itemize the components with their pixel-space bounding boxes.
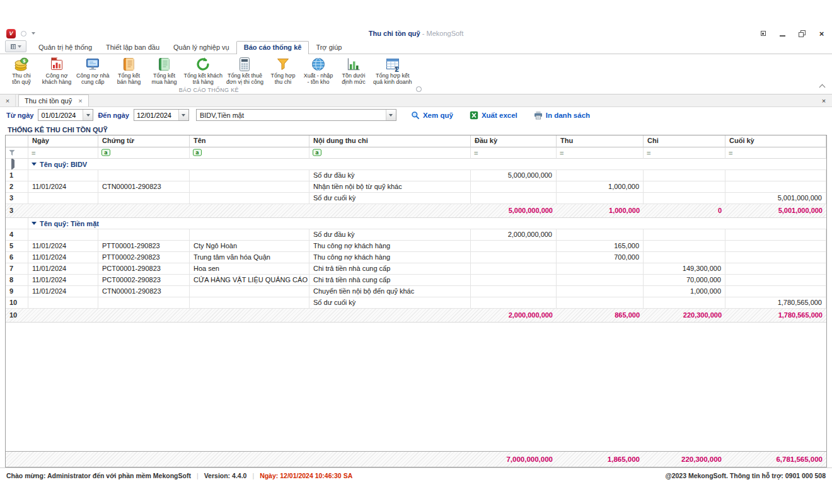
cell[interactable]: 1,000,000 — [644, 286, 725, 297]
cell[interactable] — [644, 241, 725, 252]
cell[interactable] — [725, 229, 826, 241]
cell[interactable]: 165,000 — [557, 241, 644, 252]
cell[interactable] — [471, 297, 557, 309]
cell[interactable] — [190, 297, 309, 309]
ribbon-tab-3[interactable]: Quản lý nghiệp vụ — [166, 42, 236, 54]
cell[interactable]: 5,001,000,000 — [725, 193, 826, 204]
cell[interactable] — [557, 193, 644, 204]
cell[interactable] — [644, 170, 725, 181]
ribbon-tab-5[interactable]: Trợ giúp — [309, 42, 349, 54]
cell[interactable] — [28, 229, 98, 241]
cell[interactable]: Thu công nợ khách hàng — [309, 241, 471, 252]
column-header-2[interactable]: Chứng từ — [98, 135, 190, 147]
cell[interactable]: PTT00001-290823 — [98, 241, 190, 252]
column-header-6[interactable]: Thu — [557, 135, 644, 147]
tab-close-icon[interactable]: × — [78, 97, 82, 105]
restore-button[interactable] — [798, 30, 806, 38]
cell[interactable]: Chuyển tiền nội bộ đến quỹ khác — [309, 286, 471, 297]
cell[interactable]: 11/01/2024 — [28, 286, 98, 297]
collapse-group-icon[interactable] — [32, 163, 37, 166]
ribbon-button-4[interactable]: Tổng kếtbán hàng — [111, 55, 146, 86]
column-header-3[interactable]: Tên — [190, 135, 309, 147]
action-link-2[interactable]: Xuất excel — [470, 111, 517, 120]
cell[interactable]: PTT00002-290823 — [98, 252, 190, 263]
cell[interactable]: 1,780,565,000 — [725, 297, 826, 309]
cell[interactable]: Hoa sen — [190, 263, 309, 275]
cell[interactable]: 1,000,000 — [557, 181, 644, 193]
cell[interactable]: 2,000,000,000 — [471, 229, 557, 241]
ribbon-tab-2[interactable]: Thiết lập ban đầu — [99, 42, 166, 54]
filter-cell-1[interactable]: = — [28, 147, 98, 159]
minimize-button[interactable] — [778, 30, 787, 38]
ribbon-tab-4[interactable]: Báo cáo thống kê — [236, 41, 309, 54]
cell[interactable] — [98, 170, 190, 181]
cell[interactable]: Số dư đầu kỳ — [309, 229, 471, 241]
from-date-dropdown-button[interactable] — [83, 110, 93, 120]
filter-cell-5[interactable]: = — [471, 147, 557, 159]
cell[interactable] — [557, 170, 644, 181]
filter-cell-3[interactable]: a — [190, 147, 309, 159]
close-button[interactable]: × — [818, 30, 826, 38]
close-all-tabs-button[interactable]: × — [0, 94, 16, 106]
cell[interactable] — [471, 193, 557, 204]
cell[interactable] — [190, 193, 309, 204]
filter-cell-2[interactable]: a — [98, 147, 190, 159]
cell[interactable] — [471, 275, 557, 286]
cell[interactable] — [471, 286, 557, 297]
table-row[interactable]: 811/01/2024PCT00002-290823CỬA HÀNG VẬT L… — [6, 275, 826, 286]
cell[interactable] — [98, 229, 190, 241]
action-link-1[interactable]: Xem quỹ — [411, 111, 453, 120]
filter-cell-4[interactable]: a — [309, 147, 471, 159]
cell[interactable]: 11/01/2024 — [28, 181, 98, 193]
ribbon-button-9[interactable]: Xuất - nhập- tồn kho — [301, 55, 336, 86]
ribbon-button-11[interactable]: ΣTổng hợp kếtquả kinh doanh — [371, 55, 414, 86]
app-menu-button[interactable] — [5, 40, 26, 52]
cell[interactable] — [557, 286, 644, 297]
cell[interactable]: 149,300,000 — [644, 263, 725, 275]
cell[interactable] — [557, 229, 644, 241]
table-row[interactable]: 911/01/2024CTN00001-290823Chuyển tiền nộ… — [6, 286, 826, 297]
quick-access-dropdown-icon[interactable] — [32, 32, 35, 35]
cell[interactable] — [644, 181, 725, 193]
ribbon-tab-1[interactable]: Quản trị hệ thống — [32, 42, 99, 54]
cell[interactable]: CTN00001-290823 — [98, 181, 190, 193]
ribbon-button-1[interactable]: $Thu chitồn quỹ — [4, 55, 39, 86]
collapse-ribbon-icon[interactable] — [819, 84, 826, 91]
cell[interactable] — [190, 286, 309, 297]
table-row[interactable]: 1Số dư đầu kỳ5,000,000,000 — [6, 170, 826, 181]
column-header-1[interactable]: Ngày — [28, 135, 98, 147]
filter-cell-6[interactable]: = — [557, 147, 644, 159]
cell[interactable]: PCT00001-290823 — [98, 263, 190, 275]
cell[interactable] — [190, 229, 309, 241]
ribbon-button-3[interactable]: Công nợ nhàcung cấp — [74, 55, 111, 86]
ribbon-button-5[interactable]: Tổng kếtmua hàng — [146, 55, 182, 86]
cell[interactable] — [471, 263, 557, 275]
table-row[interactable]: 511/01/2024PTT00001-290823Cty Ngô HoànTh… — [6, 241, 826, 252]
cell[interactable]: 11/01/2024 — [28, 263, 98, 275]
cell[interactable] — [725, 181, 826, 193]
table-row[interactable]: 711/01/2024PCT00001-290823Hoa senChi trả… — [6, 263, 826, 275]
quick-access-icon[interactable] — [21, 31, 26, 37]
cell[interactable] — [190, 181, 309, 193]
cell[interactable] — [644, 229, 725, 241]
cell[interactable] — [98, 297, 190, 309]
cell[interactable]: Thu công nợ khách hàng — [309, 252, 471, 263]
cell[interactable] — [725, 252, 826, 263]
cell[interactable]: Số dư đầu kỳ — [309, 170, 471, 181]
table-row[interactable]: 611/01/2024PTT00002-290823Trung tâm văn … — [6, 252, 826, 263]
ribbon-button-6[interactable]: Tổng kết kháchtrả hàng — [182, 55, 224, 86]
group-dialog-launcher-icon[interactable] — [416, 86, 422, 92]
cell[interactable] — [471, 181, 557, 193]
cell[interactable] — [557, 275, 644, 286]
table-row[interactable]: 211/01/2024CTN00001-290823Nhận tiền nội … — [6, 181, 826, 193]
fund-combo[interactable]: BIDV,Tiền mặt — [196, 109, 396, 121]
app-logo-icon[interactable]: V — [6, 29, 16, 38]
group-row[interactable]: Tên quỹ: Tiền mặt — [6, 218, 826, 229]
cell[interactable] — [557, 263, 644, 275]
to-date-input[interactable] — [134, 110, 178, 120]
column-header-7[interactable]: Chi — [644, 135, 725, 147]
ribbon-button-2[interactable]: Công nợkhách hàng — [39, 55, 74, 86]
collapse-group-icon[interactable] — [32, 222, 37, 225]
column-header-8[interactable]: Cuối kỳ — [725, 135, 826, 147]
cell[interactable]: PCT00002-290823 — [98, 275, 190, 286]
